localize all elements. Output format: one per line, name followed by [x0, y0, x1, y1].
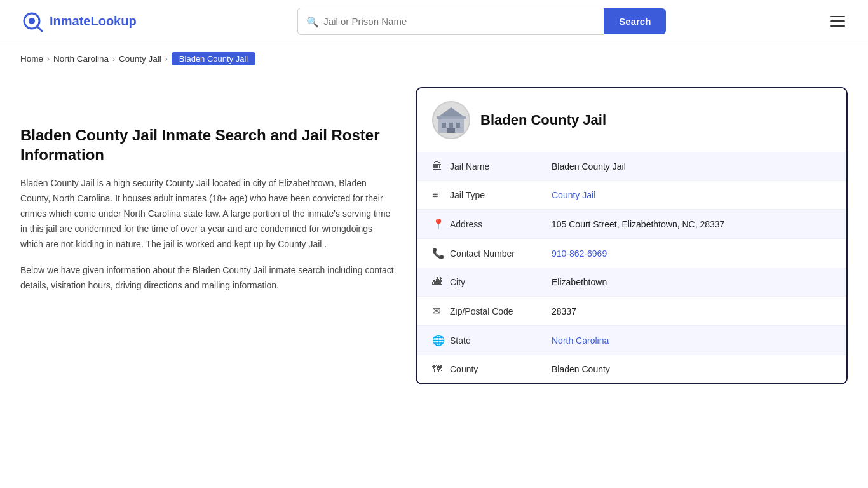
row-value-zip: 28337 — [552, 306, 831, 316]
state-link[interactable]: North Carolina — [552, 336, 609, 346]
table-row: ✉ Zip/Postal Code 28337 — [417, 297, 846, 326]
row-value-jail-type[interactable]: County Jail — [552, 190, 831, 200]
logo-text: InmateLookup — [50, 14, 137, 29]
row-label: County — [450, 364, 552, 374]
info-card: Bladen County Jail 🏛 Jail Name Bladen Co… — [416, 87, 848, 384]
info-table: 🏛 Jail Name Bladen County Jail ≡ Jail Ty… — [417, 152, 846, 383]
row-value-state[interactable]: North Carolina — [552, 336, 831, 346]
row-value-contact[interactable]: 910-862-6969 — [552, 248, 831, 259]
row-label: Jail Type — [450, 190, 552, 200]
header: InmateLookup 🔍 Search — [0, 0, 868, 43]
search-input-icon: 🔍 — [306, 15, 319, 27]
globe-icon: 🌐 — [432, 334, 450, 346]
svg-line-2 — [37, 27, 42, 31]
pin-icon: 📍 — [432, 218, 450, 230]
row-label: Zip/Postal Code — [450, 306, 552, 316]
city-icon: 🏙 — [432, 276, 450, 288]
right-column: Bladen County Jail 🏛 Jail Name Bladen Co… — [416, 87, 848, 384]
table-row: 🌐 State North Carolina — [417, 326, 846, 355]
svg-rect-6 — [456, 123, 460, 128]
chevron-icon: › — [112, 55, 115, 64]
hamburger-line2 — [830, 20, 845, 22]
page-description-1: Bladen County Jail is a high security Co… — [20, 176, 395, 252]
row-label: Contact Number — [450, 248, 552, 259]
list-icon: ≡ — [432, 189, 450, 201]
search-input[interactable] — [297, 8, 604, 35]
svg-rect-8 — [447, 128, 455, 133]
row-label: Address — [450, 219, 552, 229]
card-title: Bladen County Jail — [480, 112, 606, 128]
chevron-icon: › — [47, 55, 50, 64]
breadcrumb-state[interactable]: North Carolina — [53, 54, 109, 64]
jail-avatar — [432, 101, 470, 139]
hamburger-line3 — [830, 25, 845, 27]
phone-icon: 📞 — [432, 247, 450, 259]
page-description-2: Below we have given information about th… — [20, 263, 395, 294]
table-row: 🏛 Jail Name Bladen County Jail — [417, 152, 846, 181]
main-content: Bladen County Jail Inmate Search and Jai… — [0, 74, 868, 410]
menu-button[interactable] — [827, 13, 848, 30]
svg-rect-4 — [442, 123, 446, 128]
jail-building-icon — [436, 105, 466, 135]
row-label: Jail Name — [450, 161, 552, 172]
table-row: 🏙 City Elizabethtown — [417, 268, 846, 297]
hamburger-line1 — [830, 16, 845, 18]
breadcrumb: Home › North Carolina › County Jail › Bl… — [0, 43, 868, 74]
svg-rect-5 — [449, 123, 453, 128]
left-column: Bladen County Jail Inmate Search and Jai… — [20, 87, 395, 384]
breadcrumb-type[interactable]: County Jail — [119, 54, 161, 64]
jail-type-link[interactable]: County Jail — [552, 190, 595, 200]
mail-icon: ✉ — [432, 305, 450, 317]
breadcrumb-current: Bladen County Jail — [172, 52, 255, 65]
breadcrumb-home[interactable]: Home — [20, 54, 43, 64]
row-value-city: Elizabethtown — [552, 277, 831, 287]
row-label: State — [450, 336, 552, 346]
table-row: ≡ Jail Type County Jail — [417, 181, 846, 210]
search-button[interactable]: Search — [604, 8, 666, 34]
table-row: 📍 Address 105 Court Street, Elizabethtow… — [417, 210, 846, 239]
row-label: City — [450, 277, 552, 287]
row-value-county: Bladen County — [552, 364, 831, 374]
county-icon: 🗺 — [432, 363, 450, 375]
table-row: 📞 Contact Number 910-862-6969 — [417, 239, 846, 268]
table-row: 🗺 County Bladen County — [417, 355, 846, 383]
search-area: 🔍 Search — [297, 8, 666, 35]
logo[interactable]: InmateLookup — [20, 10, 137, 34]
page-title: Bladen County Jail Inmate Search and Jai… — [20, 125, 395, 165]
logo-icon — [20, 10, 44, 34]
chevron-icon: › — [165, 55, 168, 64]
card-header: Bladen County Jail — [417, 88, 846, 152]
row-value-address: 105 Court Street, Elizabethtown, NC, 283… — [552, 219, 831, 229]
svg-point-1 — [29, 18, 35, 24]
building-icon: 🏛 — [432, 161, 450, 172]
row-value-jail-name: Bladen County Jail — [552, 161, 831, 172]
svg-rect-9 — [437, 116, 466, 119]
contact-link[interactable]: 910-862-6969 — [552, 248, 607, 259]
svg-marker-7 — [437, 107, 465, 118]
